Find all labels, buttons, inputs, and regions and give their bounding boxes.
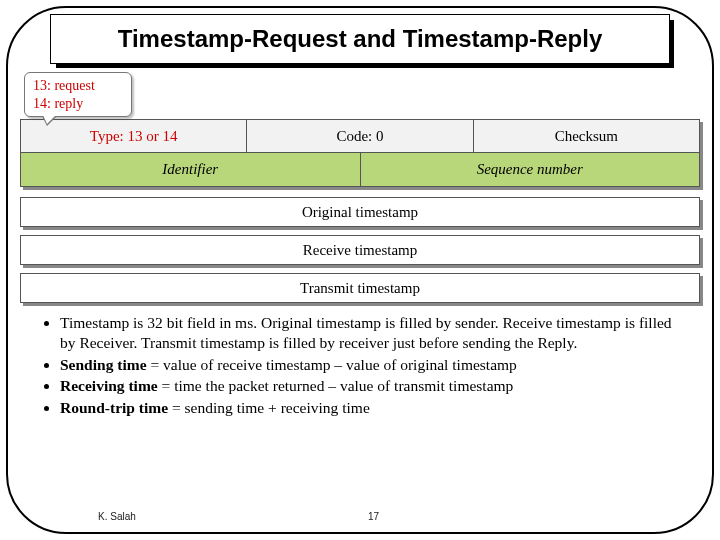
callout-line-reply: 14: reply <box>33 95 123 113</box>
bullet-1: Timestamp is 32 bit field in ms. Origina… <box>60 313 682 353</box>
field-sequence: Sequence number <box>360 153 700 186</box>
callout-tail <box>42 116 57 126</box>
field-transmit-timestamp: Transmit timestamp <box>20 273 700 303</box>
type-callout: 13: request 14: reply <box>24 72 132 117</box>
field-identifier-label: Identifier <box>162 161 218 178</box>
field-identifier: Identifier <box>21 153 360 186</box>
bullet-2-lead: Sending time <box>60 356 147 373</box>
field-code-label: Code: 0 <box>336 128 383 145</box>
title-box: Timestamp-Request and Timestamp-Reply <box>50 14 670 64</box>
packet-header-row2: Identifier Sequence number <box>20 153 700 187</box>
footer-author: K. Salah <box>98 511 136 522</box>
bullet-3-rest: = time the packet returned – value of tr… <box>158 377 514 394</box>
bullet-4-lead: Round-trip time <box>60 399 168 416</box>
slide-content: Timestamp-Request and Timestamp-Reply 13… <box>20 14 700 526</box>
field-sequence-label: Sequence number <box>477 161 583 178</box>
slide-title: Timestamp-Request and Timestamp-Reply <box>118 25 603 53</box>
field-checksum-label: Checksum <box>555 128 618 145</box>
bullet-2: Sending time = value of receive timestam… <box>60 355 682 375</box>
field-checksum: Checksum <box>473 120 699 152</box>
type-callout-box: 13: request 14: reply <box>24 72 132 117</box>
bullet-2-rest: = value of receive timestamp – value of … <box>147 356 517 373</box>
timestamp-rows: Original timestamp Receive timestamp Tra… <box>20 197 700 303</box>
title-container: Timestamp-Request and Timestamp-Reply <box>50 14 670 64</box>
bullet-4: Round-trip time = sending time + receivi… <box>60 398 682 418</box>
bullet-3-lead: Receiving time <box>60 377 158 394</box>
field-original-timestamp: Original timestamp <box>20 197 700 227</box>
footer-page-number: 17 <box>368 511 379 522</box>
bullet-4-rest: = sending time + receiving time <box>168 399 370 416</box>
bullet-3: Receiving time = time the packet returne… <box>60 376 682 396</box>
bullet-list: Timestamp is 32 bit field in ms. Origina… <box>42 313 682 418</box>
field-code: Code: 0 <box>246 120 472 152</box>
field-type-label: Type: 13 or 14 <box>90 128 178 145</box>
field-receive-timestamp: Receive timestamp <box>20 235 700 265</box>
packet-diagram: 13: request 14: reply Type: 13 or 14 Cod… <box>20 72 700 303</box>
packet-header-row1: Type: 13 or 14 Code: 0 Checksum <box>20 119 700 153</box>
callout-line-request: 13: request <box>33 77 123 95</box>
